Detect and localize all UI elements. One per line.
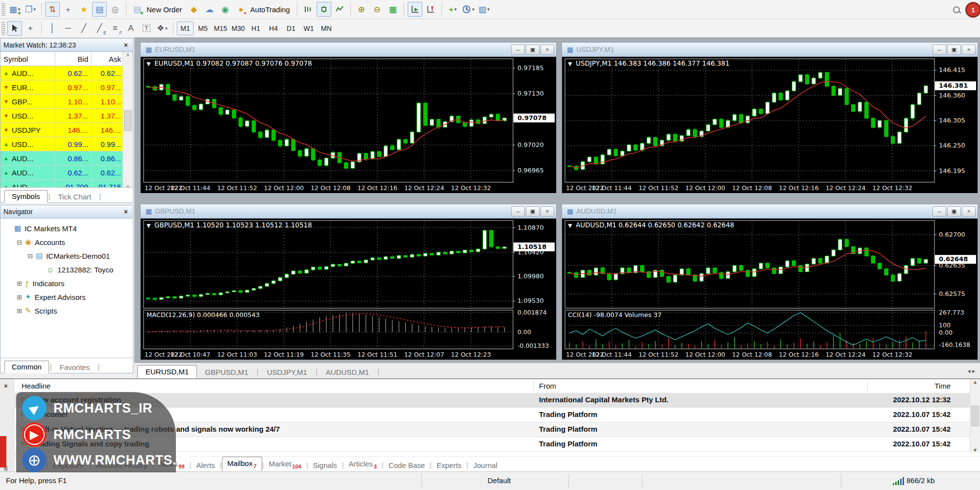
close-button[interactable]: ×: [962, 45, 976, 55]
tree-expander-icon[interactable]: ⊞: [16, 280, 23, 287]
close-icon[interactable]: ×: [4, 382, 8, 390]
terminal-tab-alerts[interactable]: Alerts: [191, 459, 220, 471]
chart-canvas-eurusd-m1[interactable]: 0.971850.971300.970200.96965▼EURUSD,M1 0…: [141, 57, 556, 193]
tab-symbols[interactable]: Symbols: [4, 190, 48, 203]
tab-tick-chart[interactable]: Tick Chart: [51, 191, 98, 202]
restore-button[interactable]: ▣: [947, 45, 961, 55]
chart-tab-audusd-m1[interactable]: AUDUSD,M1: [318, 366, 377, 378]
terminal-column-from[interactable]: From: [539, 382, 556, 390]
column-symbol[interactable]: Symbol: [0, 52, 55, 66]
chart-window-titlebar[interactable]: ▦AUDUSD,M1–▣×: [562, 204, 978, 219]
navigator-toggle-button[interactable]: ★: [76, 2, 91, 17]
market-watch-row[interactable]: ▼USDJPY146....146....: [0, 123, 133, 137]
notification-badge[interactable]: 1: [965, 2, 980, 18]
navigator-item-expert-advisors[interactable]: ⊞✦Expert Advisors: [0, 290, 133, 304]
strategy-tester-button[interactable]: ◎: [108, 2, 122, 17]
profiles-button[interactable]: ❐▾: [23, 2, 38, 17]
tree-expander-icon[interactable]: ⊟: [27, 253, 33, 259]
market-watch-scrollbar[interactable]: ∧∨: [122, 52, 133, 189]
terminal-tab-market[interactable]: Market104: [264, 458, 306, 471]
horizontal-line-button[interactable]: ─: [61, 21, 75, 36]
market-watch-row[interactable]: ▼USD...1.37...1.37...: [0, 109, 133, 123]
chart-canvas-usdjpy-m1[interactable]: 146.415146.360146.305146.250146.195▼USDJ…: [562, 57, 978, 193]
chart-window-titlebar[interactable]: ▦EURUSD,M1–▣×: [141, 43, 556, 57]
chart-tab-gbpusd-m1[interactable]: GBPUSD,M1: [197, 366, 256, 378]
terminal-scrollbar[interactable]: ▲▼: [970, 379, 980, 453]
data-window-button[interactable]: +: [61, 2, 75, 17]
metaquotes-cloud-button[interactable]: ☁: [202, 2, 217, 17]
minimize-button[interactable]: –: [511, 206, 525, 217]
chart-window-titlebar[interactable]: ▦USDJPY,M1–▣×: [562, 43, 978, 57]
terminal-tab-journal[interactable]: Journal: [468, 459, 502, 471]
restore-button[interactable]: ▣: [526, 206, 539, 217]
restore-button[interactable]: ▣: [526, 45, 539, 55]
chart-window-titlebar[interactable]: ▦GBPUSD,M1–▣×: [141, 204, 556, 219]
tile-windows-button[interactable]: ▦: [386, 2, 400, 17]
vertical-line-button[interactable]: │: [45, 21, 60, 36]
timeframe-mn-button[interactable]: MN: [318, 22, 335, 35]
terminal-column-time[interactable]: Time: [934, 382, 951, 390]
navigator-item-accounts[interactable]: ⊟◉Accounts: [0, 235, 133, 249]
close-button[interactable]: ×: [540, 45, 554, 55]
chart-bars-button[interactable]: [301, 2, 316, 17]
navigator-item-scripts[interactable]: ⊞✎Scripts: [0, 304, 133, 318]
chart-tab-usdjpy-m1[interactable]: USDJPY,M1: [259, 366, 315, 378]
navigator-item-ic-markets-mt4[interactable]: ▦IC Markets MT4: [0, 221, 133, 235]
terminal-tab-code-base[interactable]: Code Base: [384, 459, 430, 471]
chart-shift-button[interactable]: [423, 2, 438, 17]
terminal-column-headline[interactable]: Headline: [22, 382, 50, 390]
zoom-in-button[interactable]: ⊕: [354, 2, 369, 17]
tab-favorites[interactable]: Favorites: [53, 362, 97, 373]
market-watch-row[interactable]: ▲AUD...0.86...0.86...: [0, 151, 133, 166]
timeframe-w1-button[interactable]: W1: [300, 22, 317, 35]
market-watch-row[interactable]: ▼EUR...0.97...0.97...: [0, 80, 133, 95]
minimize-button[interactable]: –: [511, 45, 525, 55]
tab-common[interactable]: Common: [4, 361, 49, 373]
fibonacci-retracement-button[interactable]: ≡F: [108, 21, 122, 36]
new-chart-button[interactable]: ▦+▾: [7, 2, 22, 17]
close-button[interactable]: ×: [962, 206, 976, 217]
navigator-item-indicators[interactable]: ⊞ƒIndicators: [0, 276, 133, 290]
close-button[interactable]: ×: [540, 206, 554, 217]
tree-expander-icon[interactable]: ⊞: [16, 294, 23, 300]
terminal-tab-exposure[interactable]: Exposure: [49, 459, 89, 471]
chart-canvas-gbpusd-m1[interactable]: 1.108701.104201.099801.09530▼GBPUSD,M1 1…: [141, 219, 556, 360]
chart-candlesticks-button[interactable]: [317, 2, 331, 17]
terminal-tab-mailbox[interactable]: Mailbox7: [222, 457, 262, 471]
close-icon[interactable]: ×: [122, 208, 130, 216]
cursor-button[interactable]: [7, 21, 22, 36]
search-icon[interactable]: [953, 6, 960, 14]
terminal-tab-signals[interactable]: Signals: [308, 459, 342, 471]
trendline-button[interactable]: ╱: [76, 21, 91, 36]
chart-tab-eurusd-m1[interactable]: EURUSD,M1: [137, 365, 197, 378]
timeframe-m5-button[interactable]: M5: [195, 22, 211, 35]
signals-broadcast-button[interactable]: ◉: [218, 2, 233, 17]
column-bid[interactable]: Bid: [55, 52, 92, 66]
terminal-tab-account-history[interactable]: Account History: [91, 459, 152, 471]
minimize-button[interactable]: –: [932, 206, 946, 217]
mailbox-row[interactable]: ✉Trading Signals and copy tradingTrading…: [15, 437, 970, 452]
market-watch-row[interactable]: ▲USD...0.99...0.99...: [0, 137, 133, 151]
tab-scroll-arrows[interactable]: ◂ ▸: [968, 368, 975, 374]
mailbox-row[interactable]: ✉Built-in Virtual Hosting — trading robo…: [15, 422, 970, 437]
timeframe-h4-button[interactable]: H4: [265, 22, 282, 35]
templates-button[interactable]: ▧▾: [477, 2, 491, 17]
equidistant-channel-button[interactable]: ╱E: [92, 21, 107, 36]
text-label-button[interactable]: A: [123, 21, 138, 36]
autotrading-button[interactable]: ●●: [234, 2, 248, 17]
timeframe-h1-button[interactable]: H1: [247, 22, 264, 35]
arrows-tool-button[interactable]: ❖▾: [155, 21, 170, 36]
close-icon[interactable]: ×: [122, 41, 130, 49]
market-watch-row[interactable]: ▲AUD...0.62...0.62...: [0, 166, 133, 180]
navigator-item-12132882-toyco[interactable]: ☺12132882: Toyco: [0, 263, 133, 276]
zoom-out-button[interactable]: ⊖: [370, 2, 385, 17]
chart-canvas-audusd-m1[interactable]: 0.627000.626350.62575▼AUDUSD,M1 0.62644 …: [562, 219, 978, 360]
timeframe-m30-button[interactable]: M30: [230, 22, 246, 35]
metaeditor-button[interactable]: ◆: [187, 2, 201, 17]
text-box-button[interactable]: T: [139, 21, 154, 36]
navigator-item-icmarkets-demo01[interactable]: ⊟▤ICMarkets-Demo01: [0, 249, 133, 263]
indicators-list-button[interactable]: +▾: [445, 2, 460, 17]
crosshair-button[interactable]: +: [23, 21, 38, 36]
timeframe-m15-button[interactable]: M15: [212, 22, 229, 35]
mailbox-row[interactable]: ✉Welcome!Trading Platform2022.10.07 15:4…: [15, 408, 970, 422]
